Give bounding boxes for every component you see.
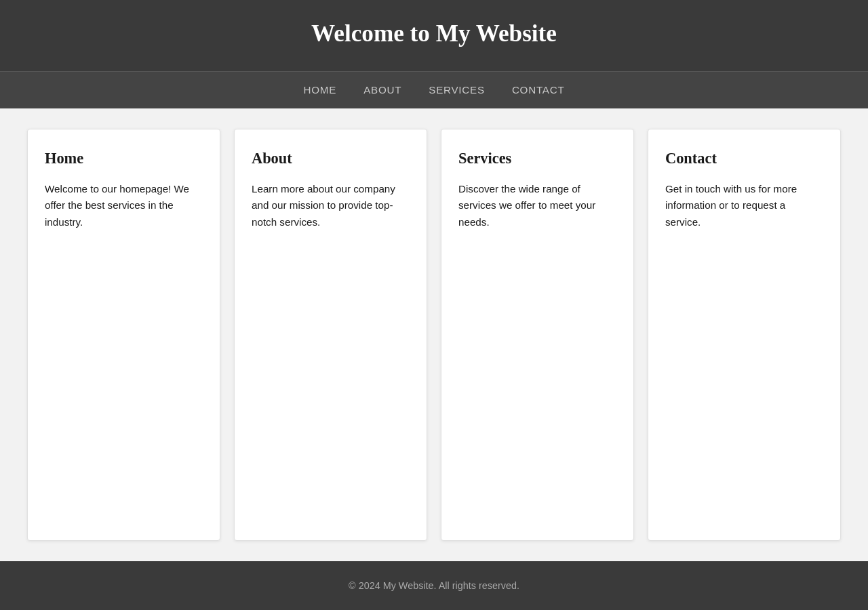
footer-text: © 2024 My Website. All rights reserved. <box>14 580 854 591</box>
site-header: Welcome to My Website <box>0 0 868 71</box>
card-contact-body: Get in touch with us for more informatio… <box>665 181 823 230</box>
site-title: Welcome to My Website <box>14 20 854 47</box>
card-home-body: Welcome to our homepage! We offer the be… <box>45 181 203 230</box>
card-about-body: Learn more about our company and our mis… <box>252 181 410 230</box>
site-footer: © 2024 My Website. All rights reserved. <box>0 561 868 610</box>
card-contact-heading: Contact <box>665 150 823 167</box>
nav-home[interactable]: HOME <box>304 84 337 96</box>
card-services-body: Discover the wide range of services we o… <box>458 181 616 230</box>
card-home: Home Welcome to our homepage! We offer t… <box>27 129 220 541</box>
main-content: Home Welcome to our homepage! We offer t… <box>0 108 868 561</box>
nav-services[interactable]: SERVICES <box>429 84 485 96</box>
nav-contact[interactable]: CONTACT <box>512 84 565 96</box>
card-home-heading: Home <box>45 150 203 167</box>
card-about-heading: About <box>252 150 410 167</box>
card-about: About Learn more about our company and o… <box>234 129 427 541</box>
card-services-heading: Services <box>458 150 616 167</box>
card-services: Services Discover the wide range of serv… <box>441 129 634 541</box>
nav-about[interactable]: ABOUT <box>363 84 401 96</box>
card-contact: Contact Get in touch with us for more in… <box>648 129 841 541</box>
main-nav: HOME ABOUT SERVICES CONTACT <box>0 71 868 108</box>
